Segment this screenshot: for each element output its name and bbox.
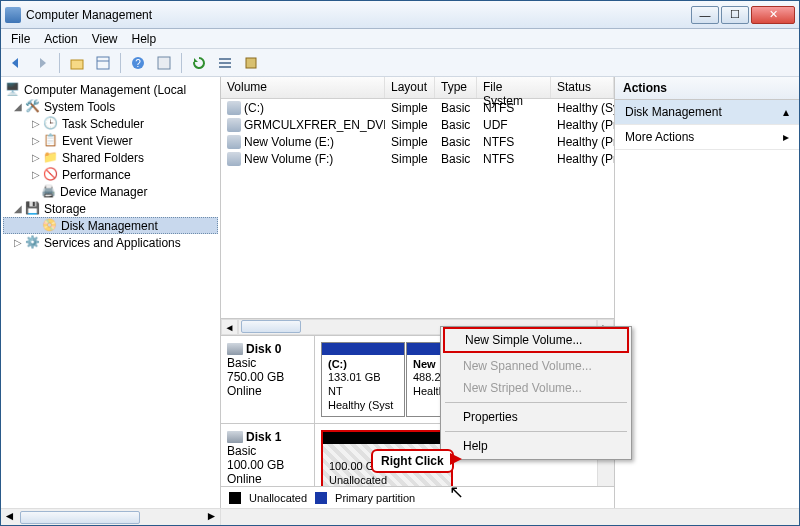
tree-disk-management[interactable]: Disk Management bbox=[61, 219, 158, 233]
menu-view[interactable]: View bbox=[92, 32, 118, 46]
storage-icon: 💾 bbox=[25, 201, 41, 217]
toolbar: ? bbox=[1, 49, 799, 77]
actions-disk-management[interactable]: Disk Management▴ bbox=[615, 100, 799, 125]
legend: Unallocated Primary partition bbox=[221, 486, 614, 508]
volume-list[interactable]: (C:)SimpleBasicNTFSHealthy (Sy GRMCULXFR… bbox=[221, 99, 614, 167]
window-scrollbar[interactable]: ◄► bbox=[1, 508, 799, 525]
volume-layout: Simple bbox=[385, 118, 435, 132]
menu-action[interactable]: Action bbox=[44, 32, 77, 46]
actions-label: More Actions bbox=[625, 130, 694, 144]
tree-task-scheduler[interactable]: Task Scheduler bbox=[62, 117, 144, 131]
actions-more[interactable]: More Actions▸ bbox=[615, 125, 799, 150]
help-icon[interactable]: ? bbox=[127, 52, 149, 74]
disk-size: 750.00 GB bbox=[227, 370, 308, 384]
tree-root[interactable]: Computer Management (Local bbox=[24, 83, 186, 97]
disk-mgmt-icon: 📀 bbox=[42, 218, 58, 234]
dvd-icon bbox=[227, 118, 241, 132]
context-menu: New Simple Volume... New Spanned Volume.… bbox=[440, 326, 632, 460]
expander-icon[interactable]: ◢ bbox=[13, 101, 22, 112]
tree-event-viewer[interactable]: Event Viewer bbox=[62, 134, 132, 148]
svg-rect-8 bbox=[219, 66, 231, 68]
views-icon[interactable] bbox=[92, 52, 114, 74]
col-layout[interactable]: Layout bbox=[385, 77, 435, 98]
tree-system-tools[interactable]: System Tools bbox=[44, 100, 115, 114]
cursor-icon: ↖ bbox=[449, 481, 464, 503]
menu-separator bbox=[445, 431, 627, 432]
volume-icon bbox=[227, 101, 241, 115]
actions-label: Disk Management bbox=[625, 105, 722, 119]
volume-layout: Simple bbox=[385, 135, 435, 149]
disk-info: Disk 1 Basic 100.00 GB Online bbox=[221, 424, 315, 487]
volume-name: New Volume (F:) bbox=[244, 152, 333, 166]
menubar: File Action View Help bbox=[1, 29, 799, 49]
disk-status: Online bbox=[227, 472, 308, 486]
close-button[interactable]: ✕ bbox=[751, 6, 795, 24]
volume-name: New Volume (E:) bbox=[244, 135, 334, 149]
menu-separator bbox=[445, 402, 627, 403]
tools-icon: 🛠️ bbox=[25, 99, 41, 115]
legend-unallocated: Unallocated bbox=[249, 492, 307, 504]
tree-shared-folders[interactable]: Shared Folders bbox=[62, 151, 144, 165]
minimize-button[interactable]: — bbox=[691, 6, 719, 24]
volume-row[interactable]: New Volume (E:)SimpleBasicNTFSHealthy (P… bbox=[221, 133, 614, 150]
partition-state: Unallocated bbox=[329, 474, 387, 486]
partition-status: Healtl bbox=[413, 385, 441, 397]
partition-title: (C:) bbox=[328, 358, 347, 370]
menu-file[interactable]: File bbox=[11, 32, 30, 46]
ctx-properties[interactable]: Properties bbox=[443, 406, 629, 428]
col-status[interactable]: Status bbox=[551, 77, 614, 98]
titlebar[interactable]: Computer Management — ☐ ✕ bbox=[1, 1, 799, 29]
legend-swatch-unallocated bbox=[229, 492, 241, 504]
volume-status: Healthy (Sy bbox=[551, 101, 614, 115]
refresh-icon[interactable] bbox=[188, 52, 210, 74]
volume-name: (C:) bbox=[244, 101, 264, 115]
disk-icon bbox=[227, 343, 243, 355]
legend-primary: Primary partition bbox=[335, 492, 415, 504]
col-filesystem[interactable]: File System bbox=[477, 77, 551, 98]
disk-name: Disk 1 bbox=[246, 430, 281, 444]
ctx-help[interactable]: Help bbox=[443, 435, 629, 457]
expander-icon[interactable]: ▷ bbox=[31, 135, 40, 146]
expander-icon[interactable]: ▷ bbox=[31, 152, 40, 163]
volume-icon bbox=[227, 135, 241, 149]
volume-fs: NTFS bbox=[477, 135, 551, 149]
expander-icon[interactable]: ▷ bbox=[31, 118, 40, 129]
partition-c[interactable]: (C:)133.01 GB NTHealthy (Syst bbox=[321, 342, 405, 417]
svg-rect-6 bbox=[219, 58, 231, 60]
back-button[interactable] bbox=[5, 52, 27, 74]
expander-icon[interactable]: ◢ bbox=[13, 203, 22, 214]
tree-services-apps[interactable]: Services and Applications bbox=[44, 236, 181, 250]
menu-help[interactable]: Help bbox=[132, 32, 157, 46]
content-area: 🖥️Computer Management (Local ◢🛠️System T… bbox=[1, 77, 799, 508]
expander-icon[interactable]: ▷ bbox=[13, 237, 22, 248]
up-icon[interactable] bbox=[66, 52, 88, 74]
event-icon: 📋 bbox=[43, 133, 59, 149]
tree-storage[interactable]: Storage bbox=[44, 202, 86, 216]
ctx-new-spanned-volume: New Spanned Volume... bbox=[443, 355, 629, 377]
partition-title: New bbox=[413, 358, 436, 370]
volume-status: Healthy (Pr bbox=[551, 135, 614, 149]
volume-type: Basic bbox=[435, 101, 477, 115]
ctx-new-simple-volume[interactable]: New Simple Volume... bbox=[443, 327, 629, 353]
tree-device-manager[interactable]: Device Manager bbox=[60, 185, 147, 199]
clock-icon: 🕒 bbox=[43, 116, 59, 132]
volume-row[interactable]: (C:)SimpleBasicNTFSHealthy (Sy bbox=[221, 99, 614, 116]
volume-row[interactable]: GRMCULXFRER_EN_DVD (D:)SimpleBasicUDFHea… bbox=[221, 116, 614, 133]
partition-size: 133.01 GB NT bbox=[328, 371, 381, 397]
svg-rect-0 bbox=[71, 60, 83, 69]
volume-layout: Simple bbox=[385, 101, 435, 115]
tree-performance[interactable]: Performance bbox=[62, 168, 131, 182]
chevron-right-icon: ▸ bbox=[783, 130, 789, 144]
volume-row[interactable]: New Volume (F:)SimpleBasicNTFSHealthy (P… bbox=[221, 150, 614, 167]
list-icon[interactable] bbox=[214, 52, 236, 74]
maximize-button[interactable]: ☐ bbox=[721, 6, 749, 24]
settings-icon[interactable] bbox=[240, 52, 262, 74]
window-title: Computer Management bbox=[26, 8, 691, 22]
col-type[interactable]: Type bbox=[435, 77, 477, 98]
volume-type: Basic bbox=[435, 118, 477, 132]
properties-icon[interactable] bbox=[153, 52, 175, 74]
col-volume[interactable]: Volume bbox=[221, 77, 385, 98]
expander-icon[interactable]: ▷ bbox=[31, 169, 40, 180]
forward-button[interactable] bbox=[31, 52, 53, 74]
navigation-tree[interactable]: 🖥️Computer Management (Local ◢🛠️System T… bbox=[1, 77, 221, 508]
